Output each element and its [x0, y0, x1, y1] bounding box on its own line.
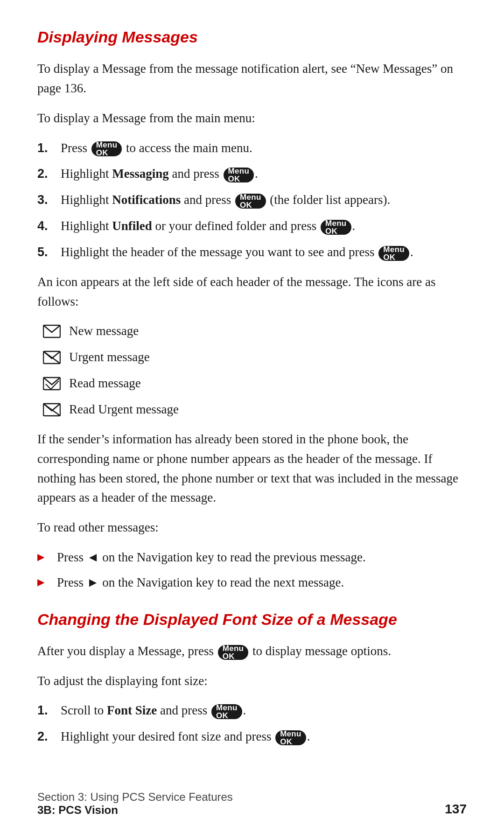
- footer-chapter-label: 3B: PCS Vision: [37, 804, 233, 817]
- step-1: 1. Press MenuOK to access the main menu.: [37, 139, 467, 158]
- page-footer: Section 3: Using PCS Service Features 3B…: [37, 791, 467, 817]
- read-urgent-message-label: Read Urgent message: [69, 400, 179, 420]
- font-step-1-text: Scroll to Font Size and press MenuOK.: [61, 703, 246, 717]
- read-message-icon: [42, 376, 62, 392]
- icon-item-new: New message: [42, 322, 467, 341]
- step-3: 3. Highlight Notifications and press Men…: [37, 190, 467, 210]
- read-message-label: Read message: [69, 374, 141, 393]
- menu-btn-step1: MenuOK: [91, 141, 122, 156]
- step-3-bold: Notifications: [112, 193, 181, 207]
- section-font-size: Changing the Displayed Font Size of a Me…: [37, 610, 467, 747]
- font-step-1-bold: Font Size: [107, 703, 157, 717]
- font-size-intro1-before: After you display a Message, press: [37, 644, 214, 658]
- step-5: 5. Highlight the header of the message y…: [37, 243, 467, 262]
- step-1-num: 1.: [37, 139, 48, 158]
- step-2-num: 2.: [37, 164, 48, 184]
- step-2-bold: Messaging: [112, 167, 169, 181]
- menu-btn-font-step1: MenuOK: [211, 704, 242, 719]
- menu-btn-step2: MenuOK: [224, 168, 254, 182]
- icon-list: New message Urgent message: [42, 322, 467, 419]
- step-1-text: Press MenuOK to access the main menu.: [61, 141, 252, 155]
- step-4-bold: Unfiled: [112, 219, 152, 233]
- font-step-2-num: 2.: [37, 727, 48, 747]
- svg-line-4: [46, 384, 51, 389]
- sender-info-text: If the sender’s information has already …: [37, 430, 467, 508]
- bullet-previous: Press ◄ on the Navigation key to read th…: [37, 548, 467, 567]
- step-4: 4. Highlight Unfiled or your defined fol…: [37, 217, 467, 236]
- step-3-num: 3.: [37, 190, 48, 210]
- step-4-text: Highlight Unfiled or your defined folder…: [61, 219, 355, 233]
- menu-btn-step5: MenuOK: [378, 246, 409, 261]
- new-message-label: New message: [69, 322, 139, 341]
- step-2: 2. Highlight Messaging and press MenuOK.: [37, 164, 467, 184]
- menu-btn-font-intro: MenuOK: [218, 645, 249, 660]
- read-urgent-message-icon: [42, 402, 62, 418]
- icon-item-read: Read message: [42, 374, 467, 393]
- font-step-2: 2. Highlight your desired font size and …: [37, 727, 467, 747]
- bullet-previous-text: Press ◄ on the Navigation key to read th…: [57, 550, 366, 564]
- font-size-steps: 1. Scroll to Font Size and press MenuOK.…: [37, 701, 467, 747]
- step-4-num: 4.: [37, 217, 48, 236]
- font-size-intro1-after: to display message options.: [252, 644, 391, 658]
- font-step-1-num: 1.: [37, 701, 48, 721]
- read-other-text: To read other messages:: [37, 518, 467, 538]
- urgent-message-icon: [42, 350, 62, 365]
- urgent-message-label: Urgent message: [69, 348, 150, 367]
- icon-item-read-urgent: Read Urgent message: [42, 400, 467, 420]
- page-content: Displaying Messages To display a Message…: [0, 0, 504, 804]
- section-title-font-size: Changing the Displayed Font Size of a Me…: [37, 610, 467, 629]
- step-5-text: Highlight the header of the message you …: [61, 245, 413, 259]
- steps-list-1: 1. Press MenuOK to access the main menu.…: [37, 139, 467, 262]
- bullet-next-text: Press ► on the Navigation key to read th…: [57, 575, 344, 589]
- bullet-next: Press ► on the Navigation key to read th…: [37, 573, 467, 593]
- menu-btn-step4: MenuOK: [321, 220, 351, 235]
- step-5-num: 5.: [37, 243, 48, 262]
- step-2-text: Highlight Messaging and press MenuOK.: [61, 167, 258, 181]
- intro-text-1: To display a Message from the message no…: [37, 59, 467, 98]
- icons-intro-text: An icon appears at the left side of each…: [37, 273, 467, 312]
- footer-page-number: 137: [445, 802, 467, 817]
- icon-item-urgent: Urgent message: [42, 348, 467, 367]
- menu-btn-font-step2: MenuOK: [275, 730, 306, 745]
- font-size-intro2: To adjust the displaying font size:: [37, 672, 467, 691]
- font-size-intro1: After you display a Message, press MenuO…: [37, 642, 467, 661]
- section-displaying-messages: Displaying Messages To display a Message…: [37, 28, 467, 593]
- navigation-bullets: Press ◄ on the Navigation key to read th…: [37, 548, 467, 593]
- footer-section-label: Section 3: Using PCS Service Features: [37, 791, 233, 803]
- menu-btn-step3: MenuOK: [235, 194, 266, 209]
- new-message-icon: [42, 323, 62, 339]
- font-step-2-text: Highlight your desired font size and pre…: [61, 729, 310, 743]
- footer-left: Section 3: Using PCS Service Features 3B…: [37, 791, 233, 817]
- font-step-1: 1. Scroll to Font Size and press MenuOK.: [37, 701, 467, 721]
- step-3-text: Highlight Notifications and press MenuOK…: [61, 193, 390, 207]
- section-title-displaying: Displaying Messages: [37, 28, 467, 46]
- intro-text-2: To display a Message from the main menu:: [37, 109, 467, 128]
